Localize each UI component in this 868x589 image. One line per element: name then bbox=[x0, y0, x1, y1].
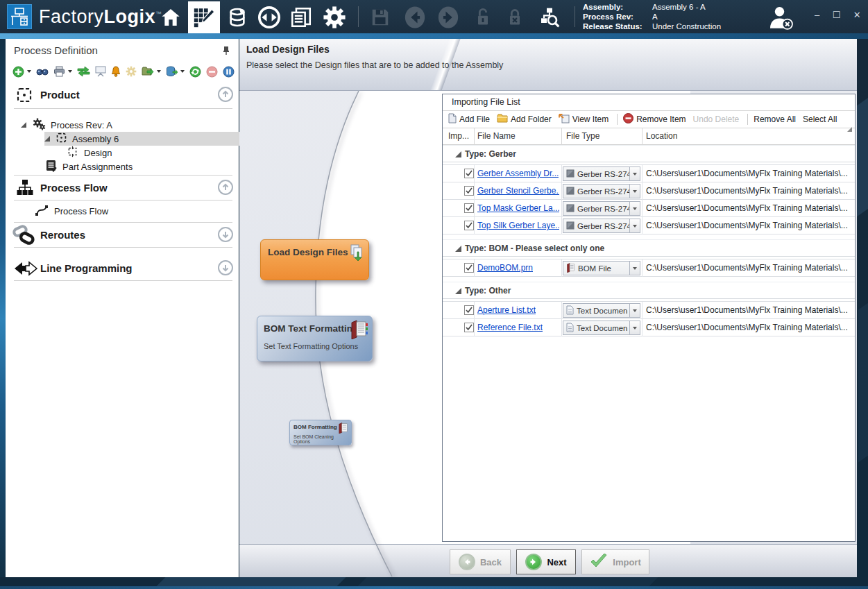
import-checkbox[interactable] bbox=[464, 221, 474, 230]
export-folder-icon[interactable] bbox=[142, 67, 154, 77]
file-name-link[interactable]: Gerber Stencil Gerbe... bbox=[477, 186, 559, 196]
import-checkbox[interactable] bbox=[464, 169, 474, 178]
remove-all-button[interactable]: Remove All bbox=[754, 114, 796, 124]
tree-item-assembly[interactable]: Assembly 6 bbox=[44, 132, 239, 146]
import-checkbox[interactable] bbox=[464, 263, 474, 273]
print-icon[interactable] bbox=[53, 66, 65, 77]
dropdown-button[interactable] bbox=[629, 219, 640, 232]
import-button[interactable]: Import bbox=[581, 549, 649, 574]
pin-icon[interactable] bbox=[222, 46, 230, 58]
home-icon[interactable] bbox=[157, 4, 185, 31]
user-logout-icon[interactable] bbox=[766, 4, 795, 33]
import-checkbox[interactable] bbox=[464, 203, 474, 213]
dropdown-button[interactable] bbox=[629, 167, 640, 180]
collapse-up-icon[interactable] bbox=[218, 180, 233, 195]
dropdown-caret-icon[interactable] bbox=[68, 70, 72, 73]
find-icon[interactable] bbox=[36, 67, 49, 77]
pause-icon[interactable] bbox=[223, 66, 235, 78]
back-button[interactable]: Back bbox=[450, 549, 511, 574]
tree-item-process-flow[interactable]: Process Flow bbox=[6, 204, 239, 218]
import-checkbox[interactable] bbox=[464, 323, 474, 332]
col-imported[interactable]: Imp... bbox=[448, 131, 469, 141]
minimize-button[interactable]: – bbox=[815, 10, 819, 20]
transfer-icon[interactable] bbox=[255, 4, 283, 31]
dropdown-caret-icon[interactable] bbox=[157, 70, 161, 73]
file-type-dropdown[interactable]: Gerber RS-274 bbox=[563, 219, 640, 233]
expander-icon[interactable] bbox=[44, 136, 50, 142]
add-new-icon[interactable] bbox=[12, 66, 24, 78]
file-name-link[interactable]: Aperture List.txt bbox=[477, 305, 536, 315]
file-name-link[interactable]: DemoBOM.prn bbox=[477, 263, 533, 273]
process-definition-tab-icon[interactable] bbox=[188, 1, 220, 33]
dropdown-button[interactable] bbox=[629, 202, 640, 215]
file-type-dropdown[interactable]: Gerber RS-274 bbox=[563, 184, 640, 198]
file-row: Aperture List.txtText DocumenC:\Users\us… bbox=[443, 302, 855, 319]
settings-gear-icon[interactable] bbox=[321, 4, 348, 31]
group-header[interactable]: Type: Gerber bbox=[443, 145, 855, 162]
group-header[interactable]: Type: Other bbox=[443, 282, 855, 299]
file-type-dropdown[interactable]: Gerber RS-274 bbox=[563, 167, 640, 181]
design-icon bbox=[67, 146, 78, 160]
tree-item-part-assignments[interactable]: Part Assignments bbox=[6, 160, 239, 173]
product-cube-icon bbox=[15, 86, 33, 107]
tree-item-process-rev[interactable]: Process Rev: A bbox=[6, 118, 239, 132]
col-location[interactable]: Location bbox=[646, 131, 677, 141]
refresh-icon[interactable] bbox=[189, 66, 201, 78]
lock-revision-icon[interactable] bbox=[501, 4, 529, 31]
unlock-icon[interactable] bbox=[469, 4, 497, 31]
maximize-button[interactable]: ☐ bbox=[833, 10, 841, 20]
next-button[interactable]: Next bbox=[516, 549, 576, 574]
titlebar-separator bbox=[358, 6, 359, 27]
file-type-dropdown[interactable]: Gerber RS-274 bbox=[563, 201, 640, 216]
remove-step-icon[interactable] bbox=[206, 66, 218, 78]
add-folder-button[interactable]: Add Folder bbox=[497, 114, 552, 125]
dropdown-button[interactable] bbox=[629, 321, 640, 334]
nav-back-icon[interactable] bbox=[401, 4, 429, 31]
dropdown-caret-icon[interactable] bbox=[180, 70, 185, 73]
add-file-button[interactable]: Add File bbox=[448, 113, 490, 126]
alarm-icon[interactable] bbox=[111, 66, 121, 77]
import-checkbox[interactable] bbox=[464, 305, 474, 315]
col-file-name[interactable]: File Name bbox=[477, 131, 516, 141]
close-button[interactable]: ✕ bbox=[853, 10, 861, 20]
section-line-programming[interactable]: Line Programming bbox=[6, 259, 239, 280]
select-all-button[interactable]: Select All bbox=[803, 114, 837, 124]
file-name-link[interactable]: Gerber Assembly Dr... bbox=[477, 169, 559, 178]
flow-node-bom-formatting[interactable]: BOM Formatting Set BOM Cleaning Options bbox=[289, 420, 352, 445]
sidebar-toolbar bbox=[12, 64, 235, 79]
where-used-search-icon[interactable] bbox=[536, 4, 563, 31]
data-collection-icon[interactable] bbox=[223, 4, 251, 31]
save-icon[interactable] bbox=[366, 4, 394, 31]
flow-node-bom-text-formatting[interactable]: BOM Text Formatting Set Text Formatting … bbox=[257, 316, 373, 361]
section-process-flow[interactable]: Process Flow bbox=[6, 179, 239, 200]
file-type-dropdown[interactable]: BOM File bbox=[563, 261, 640, 275]
import-checkbox[interactable] bbox=[464, 186, 474, 196]
documents-icon[interactable] bbox=[287, 4, 315, 31]
remove-item-button[interactable]: Remove Item bbox=[623, 113, 686, 126]
collapse-up-icon[interactable] bbox=[218, 87, 233, 102]
file-name-link[interactable]: Reference File.txt bbox=[477, 323, 543, 332]
section-product[interactable]: Product bbox=[6, 86, 239, 107]
col-file-type[interactable]: File Type bbox=[566, 131, 599, 141]
dropdown-caret-icon[interactable] bbox=[27, 70, 31, 73]
nav-forward-icon[interactable] bbox=[434, 4, 462, 31]
dropdown-button[interactable] bbox=[629, 304, 640, 317]
dropdown-button[interactable] bbox=[629, 185, 640, 198]
section-reroutes[interactable]: Reroutes bbox=[6, 226, 239, 247]
tree-item-design[interactable]: Design bbox=[6, 146, 239, 160]
expand-down-icon[interactable] bbox=[218, 227, 233, 242]
expander-icon[interactable] bbox=[21, 122, 26, 128]
settings-pale-icon[interactable] bbox=[126, 66, 137, 77]
compare-icon[interactable] bbox=[77, 67, 90, 77]
group-header[interactable]: Type: BOM - Please select only one bbox=[443, 239, 855, 257]
presentation-icon[interactable] bbox=[95, 66, 106, 77]
dropdown-button[interactable] bbox=[629, 262, 640, 275]
flow-node-load-design-files[interactable]: Load Design Files bbox=[260, 239, 369, 280]
file-type-dropdown[interactable]: Text Documen bbox=[563, 321, 640, 335]
file-name-link[interactable]: Top Mask Gerber La... bbox=[477, 203, 559, 213]
file-type-dropdown[interactable]: Text Documen bbox=[563, 303, 640, 318]
expand-down-icon[interactable] bbox=[218, 260, 233, 275]
file-name-link[interactable]: Top Silk Gerber Laye... bbox=[477, 221, 559, 230]
view-item-button[interactable]: View Item bbox=[559, 113, 609, 126]
import-db-icon[interactable] bbox=[166, 66, 178, 77]
